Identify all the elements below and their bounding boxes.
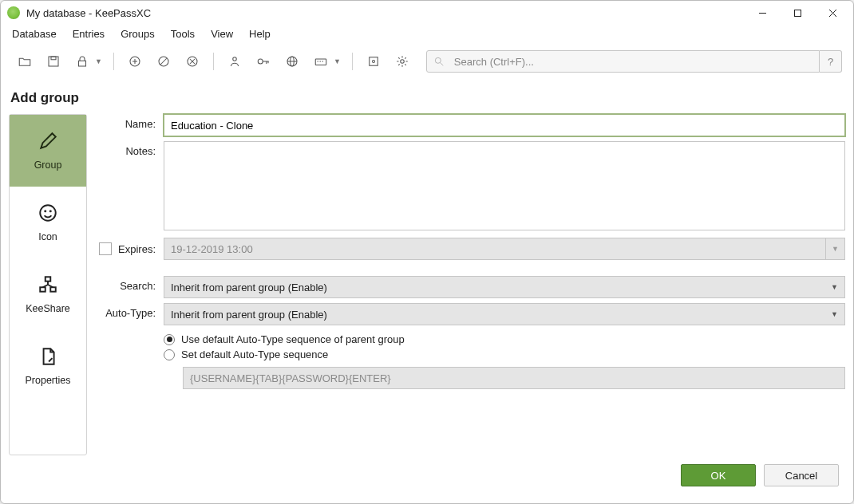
search-placeholder: Search (Ctrl+F)... bbox=[454, 56, 534, 68]
group-form: Name: Notes: Expires: 19-12-2019 13:00 ▼ bbox=[87, 114, 845, 455]
svg-point-16 bbox=[258, 59, 263, 64]
svg-point-29 bbox=[401, 60, 405, 64]
copy-password-icon[interactable] bbox=[251, 49, 276, 74]
svg-rect-36 bbox=[40, 287, 45, 291]
cancel-button[interactable]: Cancel bbox=[764, 464, 839, 486]
radio-use-default-label: Use default Auto-Type sequence of parent… bbox=[181, 333, 405, 345]
sidebar-item-label: Icon bbox=[38, 231, 57, 242]
svg-line-11 bbox=[160, 58, 167, 65]
search-container: Search (Ctrl+F)... ? bbox=[426, 50, 842, 73]
dialog-footer: OK Cancel bbox=[9, 455, 845, 495]
name-input[interactable] bbox=[164, 114, 845, 136]
svg-point-32 bbox=[40, 205, 56, 221]
menubar: Database Entries Groups Tools View Help bbox=[1, 25, 853, 44]
autotype-dropdown-icon[interactable]: ▼ bbox=[334, 57, 344, 65]
open-db-icon[interactable] bbox=[12, 49, 38, 74]
radio-set-default-label: Set default Auto-Type sequence bbox=[181, 348, 328, 360]
expires-checkbox[interactable] bbox=[99, 242, 112, 255]
share-icon bbox=[38, 274, 58, 295]
sidebar-item-properties[interactable]: Properties bbox=[10, 330, 86, 402]
svg-point-34 bbox=[50, 211, 51, 211]
svg-rect-27 bbox=[370, 57, 378, 66]
svg-rect-6 bbox=[79, 61, 86, 66]
copy-url-icon[interactable] bbox=[279, 49, 305, 74]
page-body: Add group Group Icon KeeShare Pro bbox=[1, 79, 853, 503]
expires-dropdown-button[interactable]: ▼ bbox=[826, 238, 845, 260]
file-icon bbox=[38, 346, 58, 367]
menu-groups[interactable]: Groups bbox=[113, 26, 163, 42]
svg-rect-23 bbox=[315, 59, 326, 65]
svg-rect-1 bbox=[794, 10, 801, 16]
search-combo-value: Inherit from parent group (Enable) bbox=[171, 282, 327, 293]
autotype-combo-value: Inherit from parent group (Enable) bbox=[171, 309, 327, 321]
password-generator-icon[interactable] bbox=[361, 49, 386, 74]
svg-point-28 bbox=[372, 61, 374, 63]
menu-view[interactable]: View bbox=[203, 26, 241, 42]
search-input[interactable]: Search (Ctrl+F)... bbox=[426, 50, 820, 73]
svg-rect-4 bbox=[49, 57, 58, 66]
search-help-button[interactable]: ? bbox=[820, 50, 842, 73]
lock-db-icon[interactable] bbox=[69, 49, 95, 74]
titlebar: My database - KeePassXC bbox=[1, 1, 853, 25]
sidebar-item-group[interactable]: Group bbox=[10, 115, 86, 187]
menu-database[interactable]: Database bbox=[4, 26, 65, 42]
autotype-combo[interactable]: Inherit from parent group (Enable) ▼ bbox=[164, 303, 845, 325]
sidebar-item-label: KeeShare bbox=[26, 303, 70, 314]
autotype-sequence-field: {USERNAME}{TAB}{PASSWORD}{ENTER} bbox=[183, 367, 845, 389]
name-label: Name: bbox=[98, 114, 164, 130]
maximize-button[interactable] bbox=[780, 1, 815, 25]
expires-label: Expires: bbox=[118, 243, 156, 255]
search-label: Search: bbox=[98, 276, 164, 292]
autotype-label: Auto-Type: bbox=[98, 303, 164, 319]
expires-field: 19-12-2019 13:00 bbox=[164, 238, 826, 260]
radio-set-default[interactable] bbox=[164, 349, 175, 360]
svg-point-30 bbox=[435, 57, 441, 63]
smiley-icon bbox=[38, 203, 58, 223]
sidebar-item-label: Properties bbox=[26, 375, 71, 386]
notes-textarea[interactable] bbox=[164, 141, 845, 230]
pencil-icon bbox=[38, 131, 58, 152]
sidebar-item-keeshare[interactable]: KeeShare bbox=[10, 258, 86, 330]
menu-entries[interactable]: Entries bbox=[65, 26, 113, 42]
copy-user-icon[interactable] bbox=[222, 49, 247, 74]
sidebar-item-icon[interactable]: Icon bbox=[10, 187, 86, 258]
autotype-icon[interactable] bbox=[308, 49, 334, 74]
app-icon bbox=[7, 6, 20, 19]
svg-line-31 bbox=[441, 63, 444, 66]
page-title: Add group bbox=[10, 90, 845, 106]
lock-dropdown-icon[interactable]: ▼ bbox=[95, 57, 105, 65]
sidebar-item-label: Group bbox=[34, 159, 62, 171]
window-title: My database - KeePassXC bbox=[26, 7, 151, 19]
svg-rect-5 bbox=[51, 57, 56, 60]
app-window: My database - KeePassXC Database Entries… bbox=[0, 0, 854, 504]
radio-use-default[interactable] bbox=[164, 334, 175, 345]
toolbar: ▼ ▼ Search (Ctrl+F)... ? bbox=[1, 44, 853, 79]
menu-help[interactable]: Help bbox=[241, 26, 279, 42]
delete-entry-icon[interactable] bbox=[180, 49, 205, 74]
svg-rect-37 bbox=[50, 287, 56, 291]
close-button[interactable] bbox=[815, 1, 850, 25]
add-entry-icon[interactable] bbox=[122, 49, 148, 74]
chevron-down-icon: ▼ bbox=[831, 310, 838, 318]
chevron-down-icon: ▼ bbox=[831, 283, 838, 291]
search-combo[interactable]: Inherit from parent group (Enable) ▼ bbox=[164, 276, 845, 298]
notes-label: Notes: bbox=[98, 141, 164, 157]
edit-entry-icon[interactable] bbox=[151, 49, 176, 74]
ok-button[interactable]: OK bbox=[681, 464, 756, 486]
svg-rect-35 bbox=[45, 277, 51, 281]
svg-point-15 bbox=[233, 57, 237, 61]
minimize-button[interactable] bbox=[745, 1, 780, 25]
edit-sidebar: Group Icon KeeShare Properties bbox=[9, 114, 87, 455]
save-db-icon[interactable] bbox=[41, 49, 66, 74]
svg-point-33 bbox=[45, 211, 45, 211]
search-icon bbox=[433, 56, 445, 67]
settings-icon[interactable] bbox=[389, 49, 415, 74]
menu-tools[interactable]: Tools bbox=[163, 26, 203, 42]
